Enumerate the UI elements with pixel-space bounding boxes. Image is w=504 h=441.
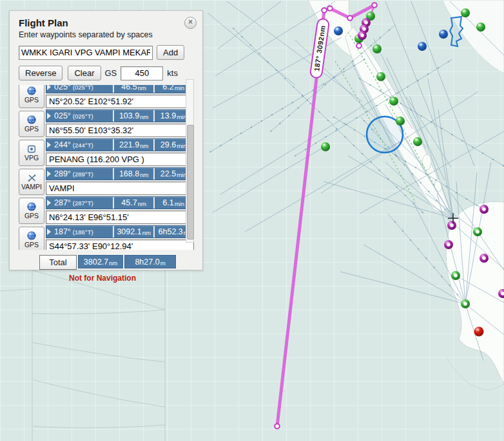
clear-button[interactable]: Clear <box>68 66 101 80</box>
fix-icon <box>27 174 37 182</box>
route-waypoint-marker[interactable] <box>347 15 353 21</box>
airport-marker-magenta[interactable] <box>480 205 489 214</box>
waypoint-entry: GPS 025°(025°T) 46.5nm 6.2min <box>19 85 194 108</box>
route-waypoint-marker[interactable] <box>327 6 333 11</box>
waypoint-type-button[interactable]: GPS <box>19 111 44 137</box>
waypoint-value-input[interactable] <box>46 239 194 250</box>
close-icon: × <box>188 17 193 26</box>
waypoint-entry: GPS 287°(287°T) 45.7nm 6.1min <box>19 196 194 224</box>
waypoint-type-button[interactable]: GPS <box>19 227 44 250</box>
list-scrollbar-thumb[interactable] <box>187 125 194 239</box>
leg-chevron-icon <box>47 113 51 119</box>
leg-chevron-icon <box>47 229 51 235</box>
airport-marker-green[interactable] <box>321 142 330 151</box>
waypoints-input[interactable] <box>19 46 153 60</box>
airport-marker-magenta[interactable] <box>444 240 453 249</box>
waypoint-type-button[interactable]: GPS <box>19 198 44 224</box>
globe-icon <box>27 202 36 211</box>
waypoint-list[interactable]: GPS 025°(025°T) 46.5nm 6.2min <box>19 85 194 250</box>
airport-marker-blue[interactable] <box>418 42 427 51</box>
leg-chevron-icon <box>47 171 51 177</box>
airport-marker-green[interactable] <box>473 227 482 236</box>
airport-marker-green[interactable] <box>451 271 460 280</box>
leg-info-bar[interactable]: 289°(289°T) 168.8nm 22.5min <box>46 167 193 180</box>
airport-marker-green[interactable] <box>396 117 405 126</box>
total-distance: 3802.7nm <box>78 255 123 268</box>
leg-info-bar[interactable]: 187°(186°T) 3092.1nm 6h52.3m <box>46 225 193 238</box>
total-time: 8h27.0m <box>124 255 176 268</box>
airport-marker-blue[interactable] <box>439 30 448 39</box>
route-waypoint-marker[interactable] <box>322 8 327 13</box>
leg-info-bar[interactable]: 025°(025°T) 46.5nm 6.2min <box>46 85 193 93</box>
waypoint-entry: GPS 025°(025°T) 103.9nm 13.9min <box>19 109 194 137</box>
waypoint-value-input[interactable] <box>46 124 194 137</box>
airport-marker-green[interactable] <box>413 137 422 146</box>
leg-info-bar[interactable]: 287°(287°T) 45.7nm 6.1min <box>46 196 193 209</box>
airport-marker-magenta[interactable] <box>480 254 489 263</box>
leg-chevron-icon <box>47 142 51 148</box>
route-endpoint-marker[interactable] <box>275 424 280 429</box>
airport-marker-magenta[interactable] <box>358 31 367 40</box>
airport-marker-magenta[interactable] <box>447 221 456 230</box>
airport-marker-green[interactable] <box>461 8 470 17</box>
waypoint-entry: VAMPI 289°(289°T) 168.8nm 22.5min <box>19 167 194 195</box>
waypoint-type-button[interactable]: VPG <box>19 140 44 166</box>
groundspeed-input[interactable] <box>121 66 163 80</box>
waypoint-type-button[interactable]: GPS <box>19 85 44 108</box>
airport-marker-green[interactable] <box>389 97 398 106</box>
leg-chevron-icon <box>47 85 51 90</box>
waypoint-type-button[interactable]: VAMPI <box>19 169 44 195</box>
total-label: Total <box>39 255 77 270</box>
route-waypoint-marker[interactable] <box>372 3 377 8</box>
disclaimer-text: Not for Navigation <box>19 274 186 283</box>
leg-info-bar[interactable]: 025°(025°T) 103.9nm 13.9min <box>46 109 193 122</box>
vor-icon <box>26 145 37 153</box>
globe-icon <box>27 86 36 95</box>
panel-subtitle: Enter waypoints separated by spaces <box>19 30 202 39</box>
route-waypoint-marker[interactable] <box>356 43 362 48</box>
panel-title: Flight Plan <box>19 17 202 28</box>
add-button[interactable]: Add <box>157 45 184 60</box>
groundspeed-unit: kts <box>167 68 178 78</box>
groundspeed-label: GS <box>105 68 117 78</box>
globe-icon <box>27 115 36 124</box>
total-row: Total 3802.7nm 8h27.0m <box>39 255 202 270</box>
globe-icon <box>27 231 36 240</box>
alert-marker-red[interactable] <box>474 327 484 337</box>
close-button[interactable]: × <box>184 17 197 29</box>
reverse-button[interactable]: Reverse <box>19 66 63 80</box>
leg-info-bar[interactable]: 244°(244°T) 221.9nm 29.6min <box>46 138 193 151</box>
airport-marker-green[interactable] <box>476 23 485 32</box>
waypoint-value-input[interactable] <box>46 95 194 108</box>
leg-chevron-icon <box>47 200 51 206</box>
waypoint-value-input[interactable] <box>46 182 194 195</box>
airport-marker-green[interactable] <box>373 44 382 53</box>
chart-graticule <box>0 270 165 441</box>
airport-marker-green[interactable] <box>376 72 385 81</box>
airport-marker-blue[interactable] <box>334 26 343 35</box>
airport-marker-green[interactable] <box>461 299 470 308</box>
waypoint-entry: GPS 187°(186°T) 3092.1nm 6h52.3m <box>19 225 194 250</box>
map-canvas[interactable]: 187° 3092nm Flight Plan × Enter waypoint… <box>0 0 504 441</box>
waypoint-value-input[interactable] <box>46 153 194 166</box>
airspace-polygon[interactable] <box>450 17 463 46</box>
waypoint-entry: VPG 244°(244°T) 221.9nm 29.6min <box>19 138 194 166</box>
waypoint-value-input[interactable] <box>46 211 194 224</box>
list-scrollbar-track[interactable] <box>186 79 194 243</box>
flight-plan-panel: Flight Plan × Enter waypoints separated … <box>9 10 203 270</box>
